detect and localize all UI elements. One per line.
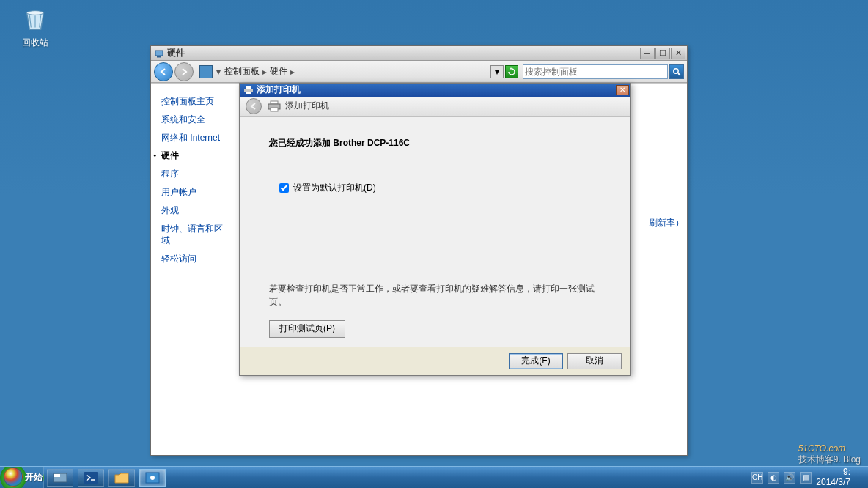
windows-orb-icon	[4, 467, 23, 487]
watermark: 51CTO.com 技术博客9. Blog	[798, 437, 861, 465]
start-button[interactable]: 开始	[0, 467, 44, 488]
sidebar-item-accounts[interactable]: 用户帐户	[161, 186, 227, 199]
dialog-header: 添加打印机	[240, 97, 630, 117]
tray-network-icon[interactable]: ▤	[800, 472, 812, 484]
clock-time: 9:	[816, 467, 850, 477]
printer-icon	[243, 86, 254, 95]
watermark-sub: 技术博客9. Blog	[798, 455, 861, 465]
breadcrumb[interactable]: ▾ 控制面板 ▸ 硬件 ▸	[199, 65, 296, 78]
sidebar-item-home[interactable]: 控制面板主页	[161, 95, 227, 108]
control-panel-icon	[199, 65, 213, 78]
chevron-down-icon[interactable]: ▾	[214, 67, 223, 77]
print-test-button[interactable]: 打印测试页(P)	[269, 320, 345, 338]
dropdown-button[interactable]: ▾	[490, 65, 504, 78]
sidebar-item-programs[interactable]: 程序	[161, 168, 227, 180]
svg-rect-1	[155, 51, 163, 56]
add-printer-dialog: 添加打印机 ✕ 添加打印机 您已经成功添加 Brother DCP-116C 设…	[239, 83, 631, 376]
recycle-bin-label: 回收站	[22, 37, 48, 48]
cancel-button[interactable]: 取消	[567, 353, 622, 369]
sidebar-item-clock[interactable]: 时钟、语言和区域	[161, 223, 227, 248]
default-printer-row[interactable]: 设置为默认打印机(D)	[279, 182, 603, 194]
clock[interactable]: 9: 2014/3/7	[816, 467, 850, 487]
breadcrumb-item[interactable]: 硬件	[268, 65, 289, 78]
sidebar-item-hardware[interactable]: 硬件	[161, 149, 227, 162]
search-input[interactable]	[523, 64, 668, 79]
svg-point-15	[150, 476, 155, 480]
printer-name: Brother DCP-116C	[333, 138, 410, 148]
test-page-hint: 若要检查打印机是否正常工作，或者要查看打印机的疑难解答信息，请打印一张测试页。	[269, 282, 603, 308]
toolbar: ▾ 控制面板 ▸ 硬件 ▸ ▾	[151, 61, 687, 83]
svg-rect-12	[54, 474, 60, 477]
window-titlebar[interactable]: 硬件 ─ ☐ ✕	[151, 46, 687, 61]
recycle-bin[interactable]: 回收站	[13, 6, 57, 49]
svg-rect-8	[271, 101, 278, 104]
sidebar-item-security[interactable]: 系统和安全	[161, 114, 227, 126]
default-printer-label: 设置为默认打印机(D)	[293, 182, 376, 194]
taskbar-powershell[interactable]	[78, 469, 104, 487]
chevron-right-icon: ▸	[289, 67, 296, 77]
svg-point-0	[27, 11, 44, 15]
dialog-close-button[interactable]: ✕	[616, 85, 629, 95]
search-field[interactable]	[525, 67, 666, 77]
finish-button[interactable]: 完成(F)	[509, 353, 563, 369]
svg-rect-7	[246, 92, 251, 94]
chevron-right-icon: ▸	[261, 67, 268, 77]
svg-rect-5	[246, 86, 251, 89]
tray-icon[interactable]: ◐	[768, 472, 779, 484]
system-tray: CH ◐ 🔊 ▤ 9: 2014/3/7	[747, 467, 868, 488]
minimize-button[interactable]: ─	[640, 48, 655, 59]
dialog-footer: 完成(F) 取消	[240, 347, 630, 375]
close-button[interactable]: ✕	[671, 48, 685, 59]
taskbar-control-panel[interactable]	[139, 469, 166, 487]
taskbar-explorer[interactable]	[108, 469, 135, 487]
sidebar-item-appearance[interactable]: 外观	[161, 204, 227, 217]
search-button[interactable]	[669, 64, 684, 79]
hardware-icon	[154, 48, 164, 59]
taskbar: 开始 CH ◐ 🔊 ▤ 9: 2014/3/7	[0, 466, 868, 488]
breadcrumb-item[interactable]: 控制面板	[223, 65, 261, 78]
success-message: 您已经成功添加 Brother DCP-116C	[269, 137, 603, 149]
back-button[interactable]	[154, 62, 173, 81]
svg-point-3	[674, 68, 678, 73]
clock-date: 2014/3/7	[816, 478, 850, 487]
svg-rect-10	[271, 108, 278, 111]
success-prefix: 您已经成功添加	[269, 138, 333, 148]
start-label: 开始	[25, 471, 43, 484]
default-printer-checkbox[interactable]	[279, 183, 289, 193]
sidebar-item-network[interactable]: 网络和 Internet	[161, 132, 227, 144]
taskbar-server-manager[interactable]	[47, 469, 73, 487]
dialog-titlebar[interactable]: 添加打印机 ✕	[240, 84, 630, 97]
watermark-main: 51CTO.com	[798, 443, 845, 454]
maximize-button[interactable]: ☐	[655, 48, 670, 59]
dialog-title: 添加打印机	[257, 84, 616, 96]
refresh-button[interactable]	[505, 65, 518, 78]
bg-link-fragment[interactable]: 刷新率）	[649, 217, 684, 229]
printer-icon	[268, 100, 281, 112]
window-title: 硬件	[167, 47, 640, 59]
sidebar-item-access[interactable]: 轻松访问	[161, 253, 227, 265]
tray-speaker-icon[interactable]: 🔊	[784, 472, 795, 484]
sidebar: 控制面板主页 系统和安全 网络和 Internet 硬件 程序 用户帐户 外观 …	[151, 84, 233, 455]
dialog-header-text: 添加打印机	[285, 100, 329, 112]
dialog-back-button[interactable]	[246, 98, 262, 114]
lang-indicator[interactable]: CH	[751, 472, 763, 484]
forward-button[interactable]	[174, 62, 194, 81]
show-desktop[interactable]	[858, 467, 864, 488]
svg-line-4	[678, 73, 680, 75]
svg-rect-2	[157, 56, 161, 58]
